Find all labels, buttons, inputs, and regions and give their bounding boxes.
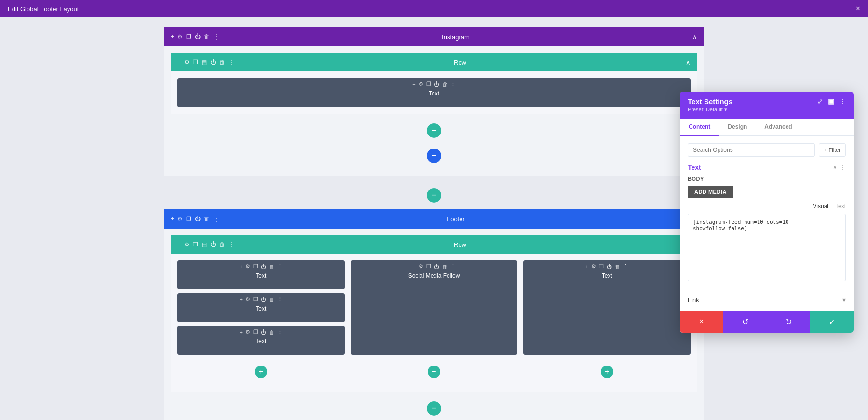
more-icon[interactable]: ⋮ (229, 241, 234, 248)
plus-icon[interactable]: + (585, 264, 588, 270)
more-icon[interactable]: ⋮ (450, 81, 456, 87)
more-icon[interactable]: ⋮ (450, 263, 456, 270)
copy-icon[interactable]: ❐ (253, 296, 258, 302)
copy-icon[interactable]: ❐ (253, 329, 258, 335)
more-icon[interactable]: ⋮ (213, 33, 219, 40)
row-2-header[interactable]: + ⚙ ❐ ▤ ⏻ 🗑 ⋮ Row ∧ (171, 235, 697, 254)
gear-icon[interactable]: ⚙ (184, 59, 190, 66)
plus-icon[interactable]: + (240, 329, 243, 335)
tab-content[interactable]: Content (680, 119, 719, 136)
gear-icon[interactable]: ⚙ (419, 81, 423, 87)
plus-icon[interactable]: + (412, 81, 415, 87)
gear-icon[interactable]: ⚙ (245, 329, 250, 335)
filter-button[interactable]: + Filter (819, 143, 846, 157)
text-section-collapse[interactable]: ∧ ⋮ (833, 164, 846, 171)
col3-add-btn[interactable]: + (601, 366, 613, 378)
power-icon[interactable]: ⏻ (261, 297, 266, 302)
close-button[interactable]: × (856, 4, 860, 13)
chevron-up-icon[interactable]: ∧ (686, 59, 691, 66)
gear-icon[interactable]: ⚙ (591, 263, 596, 270)
trash-icon[interactable]: 🗑 (615, 264, 620, 270)
power-icon[interactable]: ⏻ (261, 329, 266, 335)
gear-icon[interactable]: ⚙ (245, 263, 250, 270)
more-icon[interactable]: ⋮ (623, 263, 628, 270)
trash-icon[interactable]: 🗑 (269, 329, 274, 335)
text-tab[interactable]: Text (835, 203, 846, 210)
settings-expand-icon[interactable]: ⤢ (817, 97, 823, 105)
settings-more-icon[interactable]: ⋮ (839, 97, 846, 105)
more-icon[interactable]: ⋮ (277, 263, 283, 270)
add-media-button[interactable]: ADD MEDIA (688, 186, 733, 198)
text-col1-module-2[interactable]: + ⚙ ❐ ⏻ 🗑 ⋮ Text (177, 293, 345, 322)
more-options-icon[interactable]: ⋮ (840, 164, 846, 171)
power-icon[interactable]: ⏻ (210, 59, 216, 66)
gear-icon[interactable]: ⚙ (177, 216, 183, 222)
text-col1-module-3[interactable]: + ⚙ ❐ ⏻ 🗑 ⋮ Text (177, 326, 345, 355)
power-icon[interactable]: ⏻ (195, 216, 201, 222)
copy-icon[interactable]: ❐ (253, 263, 258, 270)
trash-icon[interactable]: 🗑 (269, 297, 274, 302)
chevron-up-icon[interactable]: ∧ (692, 33, 697, 41)
tab-design[interactable]: Design (719, 119, 756, 136)
gear-icon[interactable]: ⚙ (245, 296, 250, 302)
gear-icon[interactable]: ⚙ (177, 33, 183, 40)
copy-icon[interactable]: ❐ (193, 59, 198, 66)
plus-icon[interactable]: + (240, 264, 243, 270)
text-module-1[interactable]: + ⚙ ❐ ⏻ 🗑 ⋮ Text (177, 78, 691, 107)
more-icon[interactable]: ⋮ (213, 216, 219, 222)
trash-icon[interactable]: 🗑 (219, 241, 225, 248)
copy-icon[interactable]: ❐ (599, 263, 604, 270)
visual-tab[interactable]: Visual (813, 203, 828, 210)
add-row-btn-1[interactable]: + (427, 149, 441, 163)
code-textarea[interactable]: [instagram-feed num=10 cols=10 showfollo… (688, 214, 846, 281)
more-icon[interactable]: ⋮ (277, 296, 283, 302)
plus-icon[interactable]: + (171, 216, 174, 222)
power-icon[interactable]: ⏻ (434, 264, 439, 270)
cancel-button[interactable]: × (680, 311, 723, 333)
text-col1-module-1[interactable]: + ⚙ ❐ ⏻ 🗑 ⋮ Text (177, 260, 345, 289)
plus-icon[interactable]: + (177, 241, 181, 248)
copy-icon[interactable]: ❐ (186, 216, 191, 222)
instagram-section-header[interactable]: + ⚙ ❐ ⏻ 🗑 ⋮ Instagram ∧ (164, 27, 704, 46)
link-chevron-icon[interactable]: ▾ (842, 296, 846, 304)
plus-icon[interactable]: + (240, 297, 243, 302)
plus-icon[interactable]: + (171, 33, 174, 40)
add-section-between-btn[interactable]: + (427, 188, 441, 203)
redo-button[interactable]: ↻ (767, 311, 810, 333)
columns-icon[interactable]: ▤ (202, 241, 207, 248)
row-1-header[interactable]: + ⚙ ❐ ▤ ⏻ 🗑 ⋮ Row ∧ (171, 53, 697, 71)
trash-icon[interactable]: 🗑 (442, 81, 448, 87)
trash-icon[interactable]: 🗑 (269, 264, 274, 270)
power-icon[interactable]: ⏻ (607, 264, 612, 270)
col1-add-btn[interactable]: + (255, 366, 267, 378)
copy-icon[interactable]: ❐ (426, 263, 431, 270)
plus-icon[interactable]: + (177, 59, 181, 66)
search-input[interactable] (688, 143, 815, 157)
social-media-module[interactable]: + ⚙ ❐ ⏻ 🗑 ⋮ Social Media Follow (351, 260, 518, 355)
copy-icon[interactable]: ❐ (426, 81, 431, 87)
trash-icon[interactable]: 🗑 (204, 33, 210, 40)
tab-advanced[interactable]: Advanced (756, 119, 800, 136)
gear-icon[interactable]: ⚙ (419, 263, 423, 270)
gear-icon[interactable]: ⚙ (184, 241, 190, 248)
col2-add-btn[interactable]: + (428, 366, 440, 378)
copy-icon[interactable]: ❐ (186, 33, 191, 40)
more-icon[interactable]: ⋮ (229, 59, 234, 66)
columns-icon[interactable]: ▤ (202, 59, 207, 66)
power-icon[interactable]: ⏻ (210, 241, 216, 248)
power-icon[interactable]: ⏻ (261, 264, 266, 270)
footer-add-section-btn[interactable]: + (427, 401, 441, 416)
plus-icon[interactable]: + (412, 264, 415, 270)
trash-icon[interactable]: 🗑 (219, 59, 225, 66)
undo-button[interactable]: ↺ (723, 311, 767, 333)
copy-icon[interactable]: ❐ (193, 241, 198, 248)
power-icon[interactable]: ⏻ (195, 33, 201, 40)
power-icon[interactable]: ⏻ (434, 81, 439, 87)
trash-icon[interactable]: 🗑 (442, 264, 448, 270)
trash-icon[interactable]: 🗑 (204, 216, 210, 222)
text-col3-module-1[interactable]: + ⚙ ❐ ⏻ 🗑 ⋮ Text (523, 260, 691, 355)
add-section-btn-1[interactable]: + (427, 123, 441, 138)
settings-layout-icon[interactable]: ▣ (828, 97, 834, 105)
save-button[interactable]: ✓ (810, 311, 854, 333)
more-icon[interactable]: ⋮ (277, 329, 283, 335)
